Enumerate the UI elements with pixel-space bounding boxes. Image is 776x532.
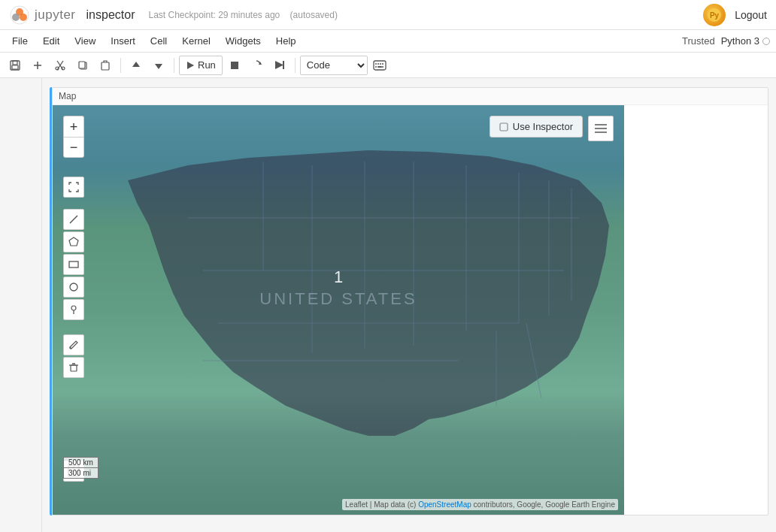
add-cell-button[interactable] bbox=[27, 56, 48, 75]
zoom-out-button[interactable]: − bbox=[63, 137, 84, 158]
restart-icon bbox=[251, 59, 262, 71]
cluster-label: 1 bbox=[334, 268, 343, 287]
svg-marker-19 bbox=[155, 64, 162, 69]
edit-button[interactable] bbox=[63, 334, 84, 355]
svg-line-50 bbox=[70, 216, 77, 223]
svg-rect-25 bbox=[374, 61, 386, 70]
interrupt-button[interactable] bbox=[224, 56, 245, 75]
menubar: File Edit View Insert Cell Kernel Widget… bbox=[0, 30, 776, 53]
jupyter-logo: jupyter bbox=[9, 5, 76, 26]
jupyter-logo-icon bbox=[9, 5, 30, 26]
menu-edit[interactable]: Edit bbox=[37, 34, 65, 48]
header: jupyter inspector Last Checkpoint: 29 mi… bbox=[0, 0, 776, 30]
svg-marker-18 bbox=[132, 62, 140, 67]
draw-rect-icon bbox=[68, 259, 79, 270]
notebook-area[interactable]: Map bbox=[42, 78, 776, 532]
toolbar-sep-2 bbox=[174, 58, 174, 73]
copy-button[interactable] bbox=[72, 56, 93, 75]
copy-icon bbox=[77, 59, 89, 71]
cell-output-header: Map bbox=[53, 88, 768, 105]
kernel-indicator: Python 3 bbox=[721, 35, 770, 47]
zoom-in-button[interactable]: + bbox=[63, 116, 84, 137]
keyboard-icon bbox=[373, 60, 386, 71]
svg-text:Py: Py bbox=[710, 11, 720, 20]
svg-rect-16 bbox=[79, 62, 85, 68]
svg-marker-20 bbox=[187, 62, 194, 69]
header-right: Py Logout bbox=[703, 4, 767, 26]
interrupt-icon bbox=[229, 60, 240, 71]
kernel-name: Python 3 bbox=[721, 35, 759, 47]
svg-marker-51 bbox=[69, 237, 78, 246]
fullscreen-icon bbox=[68, 182, 79, 192]
add-icon bbox=[32, 59, 44, 71]
fullscreen-control bbox=[63, 177, 84, 198]
menu-right: Trusted Python 3 bbox=[682, 35, 770, 47]
run-button[interactable]: Run bbox=[179, 56, 223, 75]
draw-circle-icon bbox=[68, 282, 79, 292]
scale-500km: 500 km bbox=[63, 457, 99, 467]
cell-output-area: Map bbox=[52, 87, 768, 515]
notebook-title: inspector bbox=[86, 8, 135, 22]
paste-button[interactable] bbox=[95, 56, 116, 75]
toolbar-sep-3 bbox=[295, 58, 296, 73]
restart-run-icon bbox=[274, 59, 285, 71]
svg-rect-21 bbox=[231, 62, 238, 69]
draw-line-icon bbox=[68, 214, 79, 225]
cell-type-select[interactable]: Code Markdown Raw NBConvert bbox=[300, 56, 368, 75]
menu-widgets[interactable]: Widgets bbox=[220, 34, 267, 48]
paste-icon bbox=[99, 59, 111, 71]
map-widget[interactable]: UNITED STATES 1 + − bbox=[53, 105, 624, 515]
python-icon: Py bbox=[707, 8, 722, 23]
draw-line-button[interactable] bbox=[63, 209, 84, 230]
svg-rect-7 bbox=[13, 61, 17, 65]
keyboard-shortcuts-button[interactable] bbox=[369, 56, 390, 75]
menu-file[interactable]: File bbox=[6, 34, 34, 48]
move-up-button[interactable] bbox=[126, 56, 147, 75]
inspector-checkbox-icon bbox=[499, 122, 508, 131]
svg-point-3 bbox=[20, 14, 27, 21]
toolbar-sep-1 bbox=[120, 58, 121, 73]
svg-point-13 bbox=[56, 67, 59, 70]
kernel-status-circle bbox=[762, 38, 770, 45]
run-icon bbox=[186, 61, 195, 70]
svg-rect-64 bbox=[500, 123, 508, 131]
menu-insert[interactable]: Insert bbox=[105, 34, 141, 48]
menu-cell[interactable]: Cell bbox=[144, 34, 173, 48]
logout-button[interactable]: Logout bbox=[735, 9, 767, 21]
scale-300mi: 300 mi bbox=[63, 467, 99, 479]
use-inspector-button[interactable]: Use Inspector bbox=[490, 116, 583, 138]
draw-polygon-button[interactable] bbox=[63, 231, 84, 252]
move-down-button[interactable] bbox=[148, 56, 169, 75]
save-icon bbox=[9, 59, 21, 71]
svg-point-54 bbox=[71, 306, 76, 310]
cut-button[interactable] bbox=[50, 56, 71, 75]
svg-point-2 bbox=[12, 14, 20, 21]
fullscreen-button[interactable] bbox=[63, 177, 84, 198]
map-attribution: Leaflet | Map data (c) OpenStreetMap con… bbox=[342, 499, 618, 510]
svg-rect-17 bbox=[102, 62, 109, 70]
draw-marker-icon bbox=[68, 304, 79, 315]
menu-kernel[interactable]: Kernel bbox=[176, 34, 217, 48]
edit-controls bbox=[63, 334, 84, 378]
map-background bbox=[53, 105, 624, 515]
draw-circle-button[interactable] bbox=[63, 277, 84, 298]
checkpoint-info: Last Checkpoint: 29 minutes ago (autosav… bbox=[148, 10, 338, 20]
layers-button[interactable] bbox=[588, 116, 614, 141]
draw-marker-button[interactable] bbox=[63, 299, 84, 320]
delete-icon bbox=[68, 362, 79, 373]
menu-view[interactable]: View bbox=[68, 34, 102, 48]
openstreetmap-link[interactable]: OpenStreetMap bbox=[418, 500, 471, 509]
svg-rect-52 bbox=[69, 261, 78, 268]
svg-rect-8 bbox=[12, 65, 18, 69]
draw-polygon-icon bbox=[68, 237, 79, 247]
cut-icon bbox=[54, 59, 66, 71]
menu-help[interactable]: Help bbox=[270, 34, 302, 48]
save-button[interactable] bbox=[5, 56, 26, 75]
jupyter-wordmark: jupyter bbox=[35, 8, 76, 23]
restart-run-button[interactable] bbox=[269, 56, 290, 75]
delete-button[interactable] bbox=[63, 357, 84, 378]
edit-icon bbox=[68, 340, 79, 350]
map-scale: 500 km 300 mi bbox=[63, 457, 99, 479]
restart-button[interactable] bbox=[247, 56, 268, 75]
draw-rect-button[interactable] bbox=[63, 254, 84, 275]
